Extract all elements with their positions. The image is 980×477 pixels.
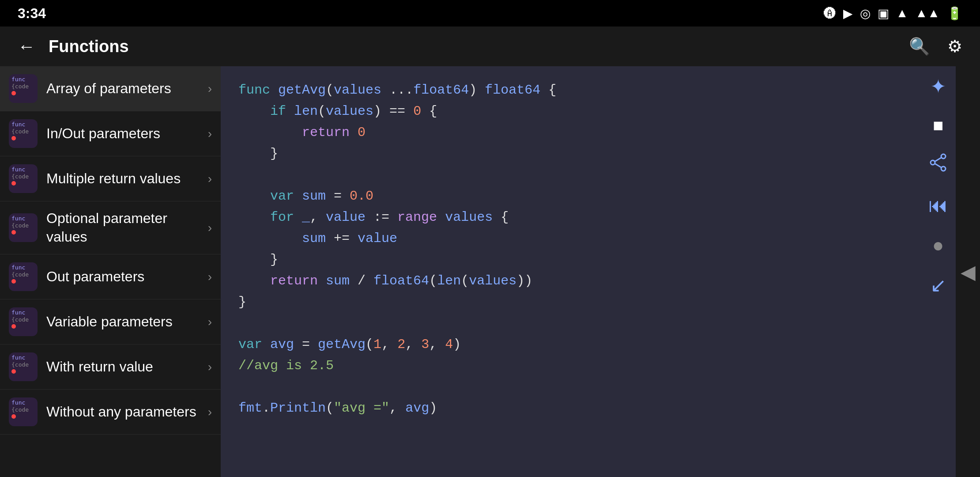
code-line-12 — [238, 313, 903, 334]
sidebar-label-multiple-return-values: Multiple return values — [46, 170, 204, 188]
page-title: Functions — [49, 37, 896, 56]
code-line-3: return 0 — [238, 122, 903, 143]
chevron-right-icon: › — [208, 127, 212, 141]
sidebar-label-in-out-parameters: In/Out parameters — [46, 125, 204, 143]
sidebar-icon-with-return-value: func {code — [9, 352, 38, 381]
action-bar: ✦ ■ ⏮ ● ↙ — [920, 66, 956, 477]
notification-icon: 🅐 — [824, 6, 836, 21]
sidebar-label-without-any-parameters: Without any parameters — [46, 403, 204, 421]
sidebar-label-array-of-parameters: Array of parameters — [46, 80, 204, 98]
code-line-15 — [238, 376, 903, 398]
sidebar-item-optional-parameter-values[interactable]: func {code Optional parameter values › — [0, 201, 221, 254]
sidebar-icon-optional-parameter-values: func {code — [9, 213, 38, 242]
battery-icon: 🔋 — [947, 6, 962, 21]
chevron-right-icon: › — [208, 82, 212, 96]
back-button[interactable]: ← — [13, 32, 40, 61]
code-line-10: return sum / float64(len(values)) — [238, 270, 903, 292]
chevron-right-icon: › — [208, 221, 212, 235]
svg-point-2 — [931, 160, 935, 165]
star-icon[interactable]: ✦ — [930, 75, 946, 98]
sidebar-icon-out-parameters: func {code — [9, 262, 38, 291]
sidebar-item-out-parameters[interactable]: func {code Out parameters › — [0, 254, 221, 299]
sidebar-item-array-of-parameters[interactable]: func {code Array of parameters › — [0, 66, 221, 111]
play-icon: ▶ — [843, 6, 853, 21]
playback-button[interactable]: ◀ — [956, 66, 980, 477]
code-line-1: func getAvg(values ...float64) float64 { — [238, 80, 903, 101]
memory-icon: ▣ — [878, 6, 889, 21]
status-time: 3:34 — [18, 5, 46, 22]
code-line-9: } — [238, 249, 903, 270]
code-line-5 — [238, 164, 903, 186]
sidebar-icon-multiple-return-values: func {code — [9, 164, 38, 193]
play-arrow-icon: ◀ — [961, 261, 976, 283]
svg-point-1 — [941, 167, 946, 171]
code-line-16: fmt.Println("avg =", avg) — [238, 398, 903, 419]
chevron-right-icon: › — [208, 315, 212, 329]
code-line-13: var avg = getAvg(1, 2, 3, 4) — [238, 334, 903, 355]
code-line-6: var sum = 0.0 — [238, 186, 903, 207]
arrow-down-left-icon[interactable]: ↙ — [930, 274, 946, 296]
settings-button[interactable]: ⚙ — [943, 32, 967, 61]
code-line-8: sum += value — [238, 228, 903, 249]
svg-point-0 — [941, 154, 946, 159]
search-button[interactable]: 🔍 — [905, 32, 934, 61]
code-line-2: if len(values) == 0 { — [238, 101, 903, 122]
chevron-right-icon: › — [208, 360, 212, 374]
code-line-14: //avg is 2.5 — [238, 355, 903, 376]
sidebar-item-multiple-return-values[interactable]: func {code Multiple return values › — [0, 156, 221, 201]
code-line-4: } — [238, 143, 903, 164]
sidebar-item-in-out-parameters[interactable]: func {code In/Out parameters › — [0, 111, 221, 156]
chevron-right-icon: › — [208, 270, 212, 284]
sidebar-item-without-any-parameters[interactable]: func {code Without any parameters › — [0, 390, 221, 435]
code-line-7: for _, value := range values { — [238, 207, 903, 228]
sidebar-label-optional-parameter-values: Optional parameter values — [46, 209, 204, 246]
sidebar-item-with-return-value[interactable]: func {code With return value › — [0, 344, 221, 390]
sidebar-item-variable-parameters[interactable]: func {code Variable parameters › — [0, 299, 221, 344]
code-panel: func getAvg(values ...float64) float64 {… — [221, 66, 920, 477]
main-content: func {code Array of parameters › func {c… — [0, 66, 980, 477]
status-bar: 3:34 🅐 ▶ ◎ ▣ ▲ ▲▲ 🔋 — [0, 0, 980, 26]
white-square-icon[interactable]: ■ — [933, 115, 943, 135]
sidebar-label-out-parameters: Out parameters — [46, 268, 204, 286]
sidebar-icon-in-out-parameters: func {code — [9, 119, 38, 148]
sidebar-icon-variable-parameters: func {code — [9, 307, 38, 336]
first-page-icon[interactable]: ⏮ — [928, 194, 948, 216]
sidebar-label-variable-parameters: Variable parameters — [46, 313, 204, 331]
sidebar-label-with-return-value: With return value — [46, 358, 204, 376]
sidebar-icon-without-any-parameters: func {code — [9, 398, 38, 426]
code-line-11: } — [238, 292, 903, 313]
sidebar-icon-array-of-parameters: func {code — [9, 74, 38, 103]
wifi-icon: ▲ — [896, 6, 908, 20]
chevron-right-icon: › — [208, 172, 212, 186]
sidebar: func {code Array of parameters › func {c… — [0, 66, 221, 477]
status-icons: 🅐 ▶ ◎ ▣ ▲ ▲▲ 🔋 — [824, 6, 962, 21]
signal-icon: ▲▲ — [916, 6, 940, 20]
nav-bar: ← Functions 🔍 ⚙ — [0, 26, 980, 66]
chevron-right-icon: › — [208, 405, 212, 419]
radio-icon: ◎ — [860, 6, 871, 21]
svg-line-3 — [935, 158, 941, 162]
svg-line-4 — [935, 163, 941, 167]
circle-icon[interactable]: ● — [932, 234, 944, 256]
share-icon[interactable] — [928, 153, 948, 177]
